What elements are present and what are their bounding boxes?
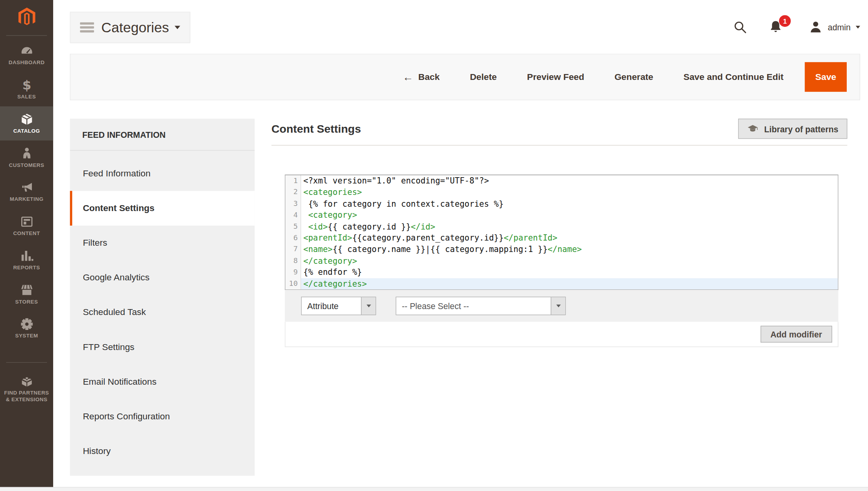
svg-text:$: $ <box>22 78 31 92</box>
content-column: Content Settings Library of patterns 123… <box>272 119 848 476</box>
select-caret-icon <box>551 297 565 315</box>
save-button[interactable]: Save <box>805 62 847 92</box>
graduation-cap-icon <box>748 123 759 134</box>
reports-icon <box>20 249 33 263</box>
page-title-menu[interactable]: Categories <box>70 12 191 43</box>
admin-sidebar: DASHBOARD$SALESCATALOGCUSTOMERSMARKETING… <box>0 0 53 487</box>
sidebar-item-label: SALES <box>17 94 36 100</box>
sidebar-item-label: CUSTOMERS <box>9 162 44 169</box>
panel-item-scheduled-task[interactable]: Scheduled Task <box>70 295 255 330</box>
line-number: 10 <box>285 278 300 289</box>
select-caret-icon <box>361 297 376 315</box>
sidebar-item-dashboard[interactable]: DASHBOARD <box>0 38 53 72</box>
sidebar-item-label: REPORTS <box>13 264 40 271</box>
code-line-6[interactable]: <parentId>{{category.parent_category.id}… <box>301 232 838 244</box>
sidebar-item-marketing[interactable]: MARKETING <box>0 175 53 209</box>
library-of-patterns-button[interactable]: Library of patterns <box>738 119 848 139</box>
code-line-7[interactable]: <name>{{ category.name }}|{{ category.ma… <box>301 244 838 255</box>
customers-icon <box>20 147 33 160</box>
line-number: 5 <box>285 221 300 232</box>
sidebar-menu: DASHBOARD$SALESCATALOGCUSTOMERSMARKETING… <box>0 36 53 409</box>
sidebar-item-label: CATALOG <box>13 128 40 134</box>
code-line-9[interactable]: {% endfor %} <box>301 267 838 278</box>
sidebar-item-stores[interactable]: STORES <box>0 277 53 311</box>
panel-item-list: Feed InformationContent SettingsFiltersG… <box>70 150 255 476</box>
line-number: 9 <box>285 267 300 278</box>
search-icon <box>733 20 748 34</box>
sidebar-item-sales[interactable]: $SALES <box>0 72 53 106</box>
sidebar-divider <box>6 362 47 363</box>
panel-item-feed-information[interactable]: Feed Information <box>70 156 255 191</box>
magento-admin-page: DASHBOARD$SALESCATALOGCUSTOMERSMARKETING… <box>0 0 868 491</box>
attribute-value-select[interactable]: -- Please Select -- <box>396 296 566 315</box>
content-icon <box>20 215 33 228</box>
code-line-2[interactable]: <categories> <box>301 187 838 198</box>
sidebar-item-content[interactable]: CONTENT <box>0 209 53 243</box>
system-icon <box>20 317 33 331</box>
section-divider <box>272 145 848 145</box>
code-editor[interactable]: 12345678910 <?xml version="1.0" encoding… <box>285 175 838 290</box>
line-number: 2 <box>285 187 300 198</box>
panel-title: FEED INFORMATION <box>70 119 255 150</box>
add-modifier-row: Add modifier <box>285 322 838 347</box>
line-number: 8 <box>285 255 300 267</box>
panel-item-history[interactable]: History <box>70 434 255 469</box>
editor-gutter: 12345678910 <box>285 175 301 289</box>
notifications-button[interactable]: 1 <box>768 20 783 34</box>
sidebar-item-catalog[interactable]: CATALOG <box>0 106 53 141</box>
code-line-1[interactable]: <?xml version="1.0" encoding="UTF-8"?> <box>301 175 838 187</box>
sidebar-item-label: FIND PARTNERS & EXTENSIONS <box>4 389 49 403</box>
hamburger-icon <box>80 22 94 32</box>
back-button[interactable]: ← Back <box>399 71 443 83</box>
sidebar-item-reports[interactable]: REPORTS <box>0 243 53 277</box>
line-number: 3 <box>285 198 300 209</box>
sidebar-item-partners[interactable]: FIND PARTNERS & EXTENSIONS <box>0 368 53 408</box>
magento-logo-icon[interactable] <box>14 7 39 27</box>
section-heading: Content Settings <box>272 122 361 135</box>
code-line-5[interactable]: <id>{{ category.id }}</id> <box>301 221 838 232</box>
sidebar-item-label: MARKETING <box>10 196 44 203</box>
header-actions: 1 admin <box>733 0 861 54</box>
delete-button[interactable]: Delete <box>466 71 500 82</box>
sidebar-item-label: STORES <box>15 298 38 305</box>
add-modifier-button[interactable]: Add modifier <box>760 326 832 343</box>
editor-code-area[interactable]: <?xml version="1.0" encoding="UTF-8"?><c… <box>301 175 838 289</box>
chevron-down-icon <box>856 26 860 28</box>
catalog-icon <box>20 113 33 126</box>
preview-feed-button[interactable]: Preview Feed <box>524 71 587 82</box>
avatar-icon <box>809 20 823 34</box>
user-menu[interactable]: admin <box>809 20 861 34</box>
panel-item-email-notifications[interactable]: Email Notifications <box>70 365 255 399</box>
sales-icon: $ <box>20 78 33 92</box>
code-line-4[interactable]: <category> <box>301 209 838 221</box>
partners-icon <box>20 374 33 388</box>
search-button[interactable] <box>733 20 748 34</box>
stores-icon <box>20 283 33 296</box>
code-line-3[interactable]: {% for category in context.categories %} <box>301 198 838 209</box>
sidebar-item-system[interactable]: SYSTEM <box>0 311 53 345</box>
code-line-10[interactable]: </categories> <box>301 278 838 289</box>
line-number: 1 <box>285 175 300 187</box>
page-title: Categories <box>101 19 169 35</box>
modifier-controls: Attribute -- Please Select -- <box>285 290 838 322</box>
line-number: 4 <box>285 209 300 221</box>
line-number: 6 <box>285 232 300 244</box>
panel-item-reports-configuration[interactable]: Reports Configuration <box>70 399 255 434</box>
sidebar-item-customers[interactable]: CUSTOMERS <box>0 141 53 175</box>
footer-strip <box>0 487 868 491</box>
panel-item-ftp-settings[interactable]: FTP Settings <box>70 330 255 364</box>
save-and-continue-button[interactable]: Save and Continue Edit <box>680 71 787 82</box>
dashboard-icon <box>20 44 33 57</box>
user-name: admin <box>828 22 851 31</box>
back-arrow-icon: ← <box>403 72 413 82</box>
content-header: Content Settings Library of patterns <box>272 119 848 139</box>
panel-item-content-settings[interactable]: Content Settings <box>70 191 255 226</box>
panel-item-google-analytics[interactable]: Google Analytics <box>70 260 255 295</box>
generate-button[interactable]: Generate <box>611 71 657 82</box>
feed-settings-panel: FEED INFORMATION Feed InformationContent… <box>70 119 255 476</box>
panel-item-filters[interactable]: Filters <box>70 226 255 260</box>
attribute-type-select[interactable]: Attribute <box>301 296 376 315</box>
template-form: 12345678910 <?xml version="1.0" encoding… <box>285 175 838 347</box>
code-line-8[interactable]: </category> <box>301 255 838 267</box>
page-header: Categories 1 <box>53 0 868 54</box>
